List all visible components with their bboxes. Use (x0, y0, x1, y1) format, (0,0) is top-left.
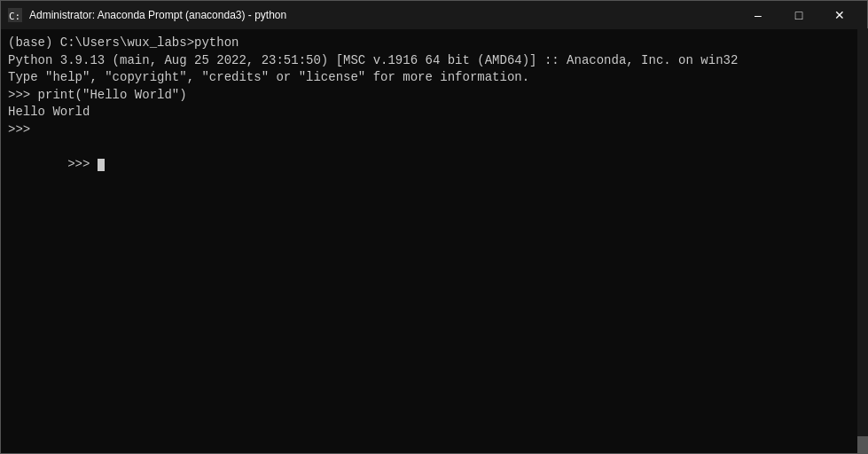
terminal-line-4: >>> print("Hello World") (8, 87, 860, 105)
terminal-window: C: Administrator: Anaconda Prompt (anaco… (0, 0, 868, 454)
scrollbar-thumb[interactable] (857, 436, 868, 454)
title-bar-left: C: Administrator: Anaconda Prompt (anaco… (8, 8, 286, 22)
window-controls: – □ ✕ (738, 1, 860, 29)
window-title: Administrator: Anaconda Prompt (anaconda… (29, 9, 286, 21)
terminal-line-5: Hello World (8, 104, 860, 121)
terminal-line-7: >>> (8, 139, 860, 192)
title-bar: C: Administrator: Anaconda Prompt (anaco… (1, 1, 867, 29)
terminal-cursor (98, 159, 105, 171)
svg-text:C:: C: (9, 11, 20, 22)
minimize-button[interactable]: – (738, 1, 778, 29)
close-button[interactable]: ✕ (819, 1, 860, 29)
terminal-icon: C: (8, 8, 22, 22)
terminal-body[interactable]: (base) C:\Users\wux_labs>python Python 3… (1, 29, 867, 453)
terminal-line-2: Python 3.9.13 (main, Aug 25 2022, 23:51:… (8, 52, 860, 70)
terminal-line-1: (base) C:\Users\wux_labs>python (8, 35, 860, 52)
window: C: Administrator: Anaconda Prompt (anaco… (0, 0, 868, 454)
scrollbar[interactable] (857, 28, 868, 454)
terminal-prompt: >>> (67, 157, 98, 171)
maximize-button[interactable]: □ (778, 1, 819, 29)
terminal-line-3: Type "help", "copyright", "credits" or "… (8, 69, 860, 87)
terminal-line-6: >>> (8, 121, 860, 139)
